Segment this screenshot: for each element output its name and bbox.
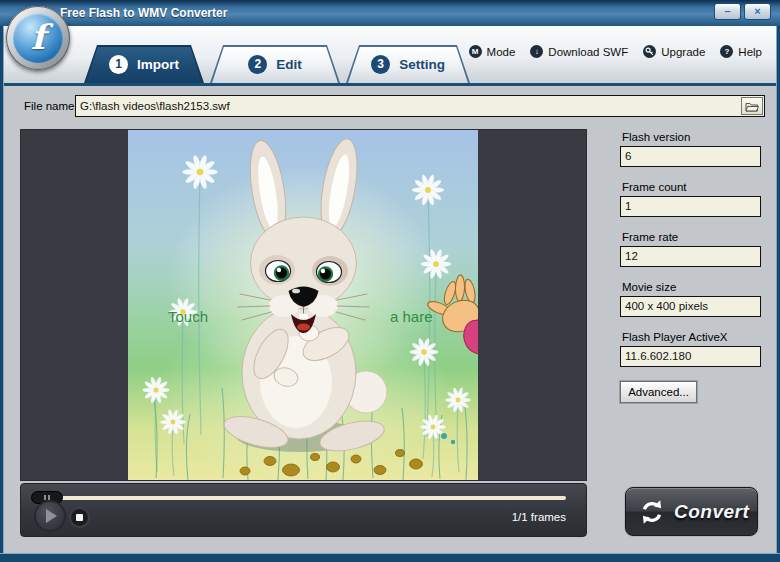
info-column: Flash version 6 Frame count 1 Frame rate… [620,131,761,403]
window-controls: – × [714,3,771,20]
main-content: File name G:\flash videos\flash2153.swf [4,86,776,553]
flash-f-letter: f [31,17,46,57]
browse-button[interactable] [741,97,763,115]
play-icon [46,509,57,523]
field-frame-count: Frame count 1 [620,181,761,217]
menu-label: Mode [487,46,516,58]
window-border-bottom [0,553,780,562]
field-activex-version: Flash Player ActiveX 11.6.602.180 [620,331,761,367]
window-border-right [776,26,780,562]
download-icon: ↓ [530,45,543,58]
file-path-value: G:\flash videos\flash2153.swf [76,100,741,112]
frame-rate-value[interactable]: 12 [620,246,761,267]
field-frame-rate: Frame rate 12 [620,231,761,267]
player-bar: 1/1 frames [20,483,587,537]
movie-size-value[interactable]: 400 x 400 pixels [620,296,761,317]
file-name-label: File name [24,100,75,112]
activex-version-value[interactable]: 11.6.602.180 [620,346,761,367]
menu-item-download-swf[interactable]: ↓ Download SWF [530,45,628,58]
tab-label: Setting [399,57,445,72]
window-border-left [0,26,4,562]
toolbar: 1 Import 2 Edit 3 Setting M Mode [4,26,776,86]
menu-label: Help [738,46,762,58]
tab-edit[interactable]: 2 Edit [210,45,340,83]
help-icon: ? [720,45,733,58]
field-flash-version: Flash version 6 [620,131,761,167]
window-title: Free Flash to WMV Converter [60,0,227,26]
convert-arrows-icon [639,499,665,525]
top-menu: M Mode ↓ Download SWF Upgrade ? Help [469,45,762,58]
tab-number-badge: 2 [248,55,267,74]
tab-import[interactable]: 1 Import [84,45,204,83]
tab-number-badge: 1 [109,55,128,74]
frame-counter: 1/1 frames [512,511,566,523]
file-name-input[interactable]: G:\flash videos\flash2153.swf [75,95,765,117]
menu-label: Download SWF [548,46,628,58]
caption-touch: Touch [168,308,208,325]
field-label: Movie size [622,281,761,293]
minimize-button[interactable]: – [714,3,741,20]
caption-a-hare: a hare [390,308,433,325]
advanced-button[interactable]: Advanced... [620,381,697,403]
app-logo: f [6,6,70,70]
convert-label: Convert [674,501,749,523]
menu-label: Upgrade [661,46,705,58]
flash-logo-icon: f [13,13,63,63]
tab-label: Import [137,57,179,72]
close-button[interactable]: × [744,3,771,20]
open-folder-icon [745,101,759,112]
frame-count-value[interactable]: 1 [620,196,761,217]
mode-icon: M [469,45,482,58]
field-label: Frame count [622,181,761,193]
play-button[interactable] [34,500,66,532]
field-label: Flash version [622,131,761,143]
menu-item-upgrade[interactable]: Upgrade [643,45,705,58]
tab-setting[interactable]: 3 Setting [346,45,470,83]
field-label: Frame rate [622,231,761,243]
field-label: Flash Player ActiveX [622,331,761,343]
upgrade-key-icon [643,45,656,58]
tab-label: Edit [276,57,302,72]
convert-button[interactable]: Convert [625,487,758,536]
stop-button[interactable] [69,507,90,528]
flash-movie-preview[interactable]: Touch a hare [128,130,478,480]
teal-dot [441,433,447,439]
menu-item-mode[interactable]: M Mode [469,45,516,58]
teal-dot [451,440,455,444]
menu-item-help[interactable]: ? Help [720,45,762,58]
field-movie-size: Movie size 400 x 400 pixels [620,281,761,317]
stop-icon [76,514,83,521]
seek-track[interactable] [33,496,566,500]
flash-version-value[interactable]: 6 [620,146,761,167]
tab-number-badge: 3 [371,55,390,74]
title-bar: Free Flash to WMV Converter [0,0,780,26]
